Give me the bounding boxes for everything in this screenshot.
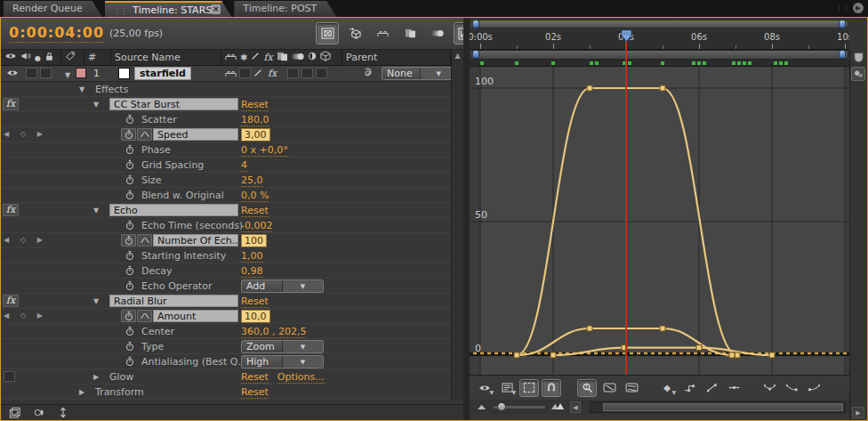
row-cc-star-burst[interactable]: fx▼CC Star BurstReset [1, 97, 451, 112]
property-name[interactable]: Blend w. Original [141, 190, 224, 201]
value-graph[interactable]: 100500 [470, 67, 849, 375]
tab-timeline-stars[interactable]: ⋮⋮ Timeline: STARS × [105, 1, 231, 17]
motion-blur-button[interactable] [426, 22, 449, 45]
zoom-in-icon[interactable] [551, 401, 565, 413]
comp-marker-bin-icon[interactable] [852, 51, 865, 64]
property-name[interactable]: Effects [95, 84, 128, 95]
row-echo[interactable]: fx▼EchoReset [1, 203, 451, 218]
stopwatch-icon[interactable] [125, 159, 134, 173]
property-value[interactable]: -0,002 [241, 220, 272, 232]
property-value[interactable]: 0 x +0,0° [241, 144, 288, 157]
stopwatch-icon[interactable] [125, 280, 134, 294]
effect-enable-checkbox[interactable] [4, 371, 15, 382]
parent-dropdown[interactable]: None▼ [382, 67, 458, 80]
fx-badge[interactable]: fx [3, 204, 19, 216]
pickwhip-icon[interactable] [364, 68, 374, 81]
keyframe-handle[interactable] [729, 352, 735, 358]
keyframe-handle[interactable] [660, 85, 665, 91]
stopwatch-button[interactable] [121, 128, 136, 141]
filmblend-switch-icon[interactable] [277, 52, 288, 64]
graph-include-button[interactable] [137, 234, 152, 247]
fx-badge[interactable]: fx [3, 295, 19, 307]
row-glow[interactable]: ▶GlowResetOptions... [1, 369, 451, 385]
work-area-end-handle[interactable] [839, 50, 846, 59]
add-keyframe-icon[interactable]: ◇ [20, 236, 26, 245]
property-name[interactable]: Antialiasing (Best Q... [141, 356, 247, 368]
property-value[interactable]: Reset [241, 371, 269, 384]
vertical-scrollbar[interactable]: ▲ [451, 50, 463, 400]
property-name[interactable]: Decay [141, 265, 173, 277]
add-keyframe-icon[interactable]: ◇ [20, 312, 26, 320]
property-name[interactable]: Echo Operator [141, 280, 212, 292]
fx-switch[interactable]: fx [268, 68, 277, 79]
adjust-switch-icon[interactable] [308, 52, 317, 63]
row-scatter[interactable]: Scatter180,0 [1, 112, 451, 127]
property-name[interactable]: Grid Spacing [141, 159, 204, 171]
keyframe-handle[interactable] [551, 352, 556, 358]
convert-to-hold-button[interactable] [679, 379, 699, 397]
snap-button[interactable] [542, 379, 561, 397]
stopwatch-icon[interactable] [125, 341, 134, 354]
twirl-icon[interactable]: ▼ [93, 297, 99, 305]
pane-divider[interactable] [463, 18, 470, 420]
edit-selected-keyframes-button[interactable]: ◆▼ [657, 379, 677, 397]
stopwatch-button[interactable] [121, 234, 136, 247]
row-phase[interactable]: Phase0 x +0,0° [1, 142, 451, 158]
keyframe-next-icon[interactable]: ▶ [37, 236, 43, 245]
frame-blending-button[interactable] [398, 22, 422, 45]
twirl-icon[interactable]: ▼ [93, 101, 99, 109]
property-name[interactable]: Radial Blur [109, 295, 238, 307]
stopwatch-button[interactable] [121, 310, 136, 322]
row-blend-w-original[interactable]: Blend w. Original0,0 % [1, 188, 451, 203]
property-value[interactable]: 100 [241, 234, 267, 247]
keyframe-handle[interactable] [587, 326, 592, 331]
zoom-out-icon[interactable] [477, 401, 488, 413]
panel-menu-button[interactable]: ⋮⋮ ▶ [836, 3, 864, 13]
stopwatch-icon[interactable] [125, 190, 134, 203]
graph-include-button[interactable] [137, 310, 152, 322]
row-starting-intensity[interactable]: Starting Intensity1,00 [1, 248, 451, 263]
row-center[interactable]: Center360,0 , 202,5 [1, 324, 451, 339]
playhead-line[interactable] [625, 31, 627, 375]
toggle-transfer-pane-button[interactable] [31, 406, 47, 419]
choose-graph-properties-button[interactable]: ▼ [475, 379, 494, 397]
solo-switch-box[interactable] [40, 68, 52, 78]
mblur-switch-icon[interactable] [292, 52, 304, 64]
switch-box[interactable] [316, 68, 327, 78]
fx-badge[interactable]: fx [3, 98, 19, 110]
quality-switch[interactable] [253, 69, 262, 80]
property-value[interactable]: 360,0 , 202,5 [241, 326, 306, 338]
property-name[interactable]: Phase [141, 144, 171, 156]
stopwatch-icon[interactable] [125, 265, 134, 279]
fit-selection-to-view-button[interactable] [599, 379, 619, 397]
parent-column-header[interactable]: Parent [342, 50, 451, 65]
graph-corner-button[interactable] [851, 67, 865, 81]
stopwatch-icon[interactable] [125, 114, 134, 127]
property-name[interactable]: Scatter [141, 114, 177, 125]
property-value[interactable]: Reset [241, 296, 269, 308]
source-name-column-header[interactable]: Source Name [111, 50, 221, 65]
twirl-icon[interactable]: ▼ [93, 206, 99, 215]
keyframe-prev-icon[interactable]: ◀ [4, 312, 9, 320]
close-icon[interactable]: × [211, 4, 221, 14]
value-dropdown[interactable]: Add▼ [241, 279, 324, 293]
number-column-header[interactable]: # [84, 50, 111, 65]
graph-include-button[interactable] [137, 128, 152, 141]
row-number-of-ech[interactable]: ◀◇▶Number Of Ech...100 [1, 233, 451, 248]
eye-icon[interactable] [4, 52, 17, 63]
property-value[interactable]: 25,0 [241, 174, 263, 187]
row-amount[interactable]: ◀◇▶Amount10,0 [1, 309, 451, 324]
property-value[interactable]: 4 [241, 159, 247, 172]
row-radial-blur[interactable]: fx▼Radial BlurReset [1, 294, 451, 309]
shy-switch-icon[interactable] [225, 52, 237, 63]
switch-box[interactable] [239, 68, 251, 78]
row-type[interactable]: TypeZoom▼ [1, 339, 451, 354]
graph-type-options-button[interactable]: ▼ [497, 379, 517, 397]
property-value[interactable]: 10,0 [241, 310, 270, 323]
tab-render-queue[interactable]: Render Queue [4, 1, 102, 17]
zoom-slider-thumb[interactable] [497, 402, 506, 411]
horizontal-scrollbar-thumb[interactable] [603, 403, 843, 411]
property-value[interactable]: Reset [241, 99, 269, 111]
row-echo-operator[interactable]: Echo OperatorAdd▼ [1, 279, 451, 294]
slash-switch-icon[interactable] [251, 52, 260, 63]
